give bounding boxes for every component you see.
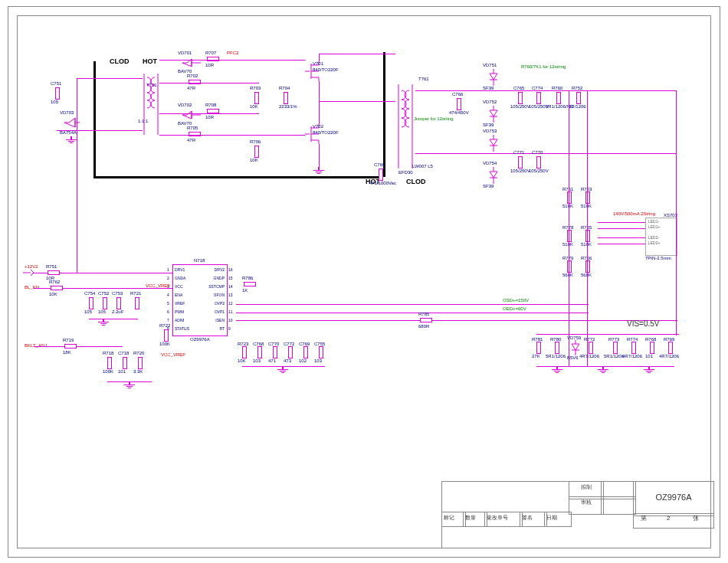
wire — [598, 222, 645, 223]
out-note: 140V/500mA 2String — [613, 211, 655, 216]
val-c770: 105/250V — [529, 169, 549, 173]
wire — [598, 237, 645, 238]
wire — [77, 346, 123, 347]
val-r769: 4R7/1206 — [659, 354, 679, 358]
r752 — [576, 92, 581, 104]
val-r703: 10K — [250, 104, 258, 109]
page-right: 张 — [693, 516, 699, 522]
hot-label-left: HOT — [143, 58, 157, 65]
val-c753: 2.2uF — [112, 309, 123, 314]
r755 — [585, 230, 590, 242]
pin-num: 11 — [228, 309, 233, 314]
val-r706: 10K — [250, 158, 258, 162]
ref-c774: C774 — [532, 86, 543, 90]
arrow-icon — [23, 270, 34, 276]
ref-vd759: VD759 — [567, 336, 581, 340]
pin-drv1: DRV1 — [175, 267, 185, 272]
r753 — [585, 191, 590, 204]
tb-row2-label: 审核 — [569, 496, 604, 515]
pin-vcc: VCC — [175, 284, 183, 289]
page-num: 2 — [667, 516, 670, 522]
c766 — [457, 98, 461, 110]
net-pfc: PFC2 — [227, 51, 238, 55]
title-main: OZ9976A — [633, 481, 714, 516]
val-vd751: SF39 — [483, 86, 494, 90]
ref-c753: C753 — [112, 291, 123, 296]
pin-isen: ISEN — [205, 318, 225, 322]
vis-label: VIS=0.5V — [627, 320, 660, 328]
r772 — [589, 342, 593, 354]
wire — [34, 346, 64, 347]
r722 — [164, 329, 169, 342]
ref-t761: T761 — [418, 77, 429, 81]
ref-r773: R773 — [608, 337, 619, 342]
wire — [536, 334, 679, 335]
diode-icon — [182, 57, 201, 69]
ref-v701: V701 — [313, 61, 323, 66]
diode-icon — [487, 167, 500, 184]
val-r768: 101 — [645, 354, 653, 358]
wire — [77, 273, 172, 273]
val-r778: 510K — [562, 242, 573, 247]
pin-num: 13 — [228, 293, 233, 297]
val-c752: 105 — [98, 309, 106, 314]
wire — [34, 273, 48, 273]
wire — [319, 144, 320, 167]
gnd-icon — [98, 319, 109, 326]
r779 — [567, 260, 572, 273]
pin-ovp2: OVP2 — [205, 301, 225, 306]
r723 — [242, 346, 247, 358]
r706 — [254, 146, 259, 158]
ref-r721: R721 — [130, 291, 141, 296]
val-r718: 100K — [103, 369, 113, 374]
r769 — [668, 342, 673, 354]
diode-icon — [64, 115, 80, 130]
c753 — [116, 297, 121, 309]
ref-r702: R702 — [187, 74, 198, 78]
gnd-icon — [124, 381, 135, 389]
r756 — [585, 260, 590, 273]
page-left: 第 — [641, 516, 647, 522]
ref-c752: C752 — [98, 291, 109, 296]
ref-c770b: C770 — [268, 342, 279, 346]
pin-num: 12 — [228, 301, 233, 306]
ref-r751: R751 — [46, 264, 57, 269]
val-r708: 10R — [205, 115, 214, 119]
r781 — [536, 342, 541, 354]
val-r723: 10K — [238, 358, 246, 363]
gnd-icon — [644, 366, 654, 374]
conn-footprint: 7PIN-2.5mm — [645, 256, 671, 260]
c769b — [303, 346, 308, 358]
wire — [159, 60, 305, 61]
ref-r780: R780 — [550, 337, 561, 342]
r718 — [107, 357, 112, 369]
wire — [63, 288, 172, 289]
tb-h3: 更改单号 — [484, 512, 523, 527]
ref-r706: R706 — [250, 139, 261, 144]
c718 — [123, 357, 127, 369]
pin-status: STATUS — [175, 326, 189, 331]
ref-r760: R760 — [552, 86, 562, 90]
pin-gndp: GNDP — [205, 276, 225, 280]
ref-c718: C718 — [118, 351, 129, 355]
val-c770b: 471 — [268, 358, 276, 363]
val-c718: 101 — [118, 369, 126, 374]
wire — [319, 54, 320, 61]
ref-vd702: VD702 — [178, 103, 192, 107]
val-r707: 10R — [205, 63, 214, 67]
rail2: OED+=60V — [503, 306, 526, 311]
ref-r781: R781 — [532, 337, 543, 342]
wire — [236, 320, 420, 321]
ref-r703: R703 — [250, 86, 261, 90]
r720 — [138, 357, 143, 369]
val-r755: 510K — [581, 242, 592, 247]
ref-c770: C770 — [532, 150, 543, 155]
val-r762: 10K — [49, 292, 57, 296]
val-c771: 105/250V — [510, 169, 530, 173]
val-r785: 680R — [418, 324, 429, 329]
ref-r707: R707 — [205, 51, 216, 55]
vcc-vref1: VCC_VREF — [146, 283, 170, 288]
pin-drv2: DRV2 — [205, 267, 225, 272]
wire — [319, 54, 395, 54]
r719 — [64, 344, 77, 349]
